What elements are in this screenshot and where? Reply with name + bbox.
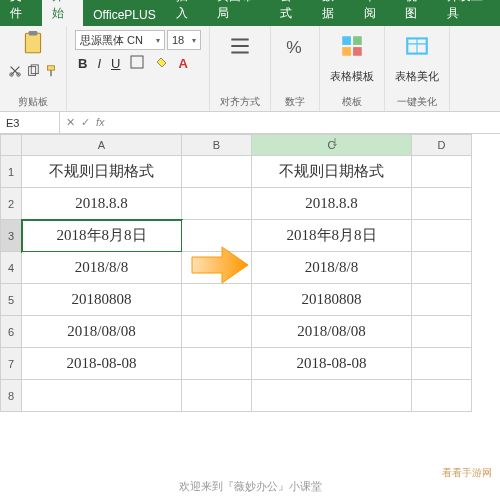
italic-button[interactable]: I [94, 55, 104, 72]
group-templates: 表格模板 模板 [320, 26, 385, 111]
format-painter-button[interactable] [44, 64, 58, 81]
cell-c4[interactable]: 2018/8/8 [252, 252, 412, 284]
group-label-number: 数字 [285, 95, 305, 109]
cell-b3[interactable] [182, 220, 252, 252]
font-color-button[interactable]: A [175, 55, 190, 72]
font-size-value: 18 [172, 34, 184, 46]
templates-button[interactable] [338, 32, 366, 60]
copy-button[interactable] [26, 64, 40, 81]
cell-c5[interactable]: 20180808 [252, 284, 412, 316]
row-header-5[interactable]: 5 [0, 284, 22, 316]
tab-developer[interactable]: 开发工具 [437, 0, 500, 26]
cell-d4[interactable] [412, 252, 472, 284]
beautify-label: 表格美化 [395, 69, 439, 84]
border-button[interactable] [127, 54, 147, 73]
tab-review[interactable]: 审阅 [354, 0, 396, 26]
name-box[interactable]: E3 [0, 112, 60, 133]
group-label-beautify: 一键美化 [397, 95, 437, 109]
col-header-a[interactable]: A [22, 134, 182, 156]
cancel-formula-button[interactable]: ✕ [66, 116, 75, 129]
cell-a1[interactable]: 不规则日期格式 [22, 156, 182, 188]
group-label-clipboard: 剪贴板 [8, 95, 58, 109]
cell-c1[interactable]: 不规则日期格式 [252, 156, 412, 188]
formula-bar: E3 ✕ ✓ fx [0, 112, 500, 134]
fill-color-button[interactable] [151, 54, 171, 73]
group-alignment: 对齐方式 [210, 26, 271, 111]
cell-c6[interactable]: 2018/08/08 [252, 316, 412, 348]
group-font: 思源黑体 CN▾ 18▾ B I U A [67, 26, 210, 111]
confirm-formula-button[interactable]: ✓ [81, 116, 90, 129]
cell-b1[interactable] [182, 156, 252, 188]
cell-b8[interactable] [182, 380, 252, 412]
cell-d1[interactable] [412, 156, 472, 188]
select-all-corner[interactable] [0, 134, 22, 156]
tab-insert[interactable]: 插入 [166, 0, 208, 26]
cell-b7[interactable] [182, 348, 252, 380]
cell-d7[interactable] [412, 348, 472, 380]
cell-d8[interactable] [412, 380, 472, 412]
cell-a3[interactable]: 2018年8月8日 [22, 220, 182, 252]
tab-formulas[interactable]: 公式 [270, 0, 312, 26]
underline-button[interactable]: U [108, 55, 123, 72]
cell-a5[interactable]: 20180808 [22, 284, 182, 316]
cell-b5[interactable] [182, 284, 252, 316]
tab-file[interactable]: 文件 [0, 0, 42, 26]
font-name-select[interactable]: 思源黑体 CN▾ [75, 30, 165, 50]
row-header-8[interactable]: 8 [0, 380, 22, 412]
paste-icon [20, 30, 46, 56]
group-label-font [75, 98, 201, 109]
chevron-down-icon: ▾ [192, 36, 196, 45]
cut-button[interactable] [8, 64, 22, 81]
cell-a2[interactable]: 2018.8.8 [22, 188, 182, 220]
cell-a4[interactable]: 2018/8/8 [22, 252, 182, 284]
tab-officeplus[interactable]: OfficePLUS [83, 4, 165, 26]
cell-a7[interactable]: 2018-08-08 [22, 348, 182, 380]
cell-d2[interactable] [412, 188, 472, 220]
svg-rect-0 [25, 33, 40, 53]
bucket-icon [154, 55, 168, 69]
cell-a6[interactable]: 2018/08/08 [22, 316, 182, 348]
grid: 不规则日期格式不规则日期格式 2018.8.82018.8.8 2018年8月8… [22, 156, 500, 412]
cell-c7[interactable]: 2018-08-08 [252, 348, 412, 380]
svg-rect-1 [29, 31, 38, 35]
cell-c3[interactable]: 2018年8月8日 [252, 220, 412, 252]
bold-button[interactable]: B [75, 55, 90, 72]
footer-text: 欢迎来到『薇妙办公』小课堂 [0, 479, 500, 494]
row-header-2[interactable]: 2 [0, 188, 22, 220]
watermark: 看看手游网 [442, 466, 492, 480]
row-header-7[interactable]: 7 [0, 348, 22, 380]
fx-button[interactable]: fx [96, 116, 105, 129]
scissors-icon [8, 64, 22, 78]
col-header-b[interactable]: B [182, 134, 252, 156]
tab-layout[interactable]: 页面布局 [207, 0, 270, 26]
cell-d3[interactable] [412, 220, 472, 252]
tab-data[interactable]: 数据 [312, 0, 354, 26]
row-header-4[interactable]: 4 [0, 252, 22, 284]
cell-b6[interactable] [182, 316, 252, 348]
tab-view[interactable]: 视图 [395, 0, 437, 26]
col-header-d[interactable]: D [412, 134, 472, 156]
row-header-3[interactable]: 3 [0, 220, 22, 252]
cell-d5[interactable] [412, 284, 472, 316]
cell-c8[interactable] [252, 380, 412, 412]
svg-rect-12 [342, 47, 351, 56]
col-header-c[interactable]: C↓ [252, 134, 412, 156]
paste-button[interactable] [19, 30, 47, 60]
align-icon [227, 33, 253, 59]
number-format-button[interactable]: % [281, 32, 309, 60]
brush-icon [44, 64, 58, 78]
beautify-button[interactable] [403, 32, 431, 60]
group-label-templates: 模板 [342, 95, 362, 109]
cell-c2[interactable]: 2018.8.8 [252, 188, 412, 220]
cell-b4[interactable] [182, 252, 252, 284]
font-size-select[interactable]: 18▾ [167, 30, 201, 50]
alignment-button[interactable] [226, 32, 254, 60]
column-headers: A B C↓ D [22, 134, 500, 156]
row-header-6[interactable]: 6 [0, 316, 22, 348]
cell-b2[interactable] [182, 188, 252, 220]
cell-d6[interactable] [412, 316, 472, 348]
row-header-1[interactable]: 1 [0, 156, 22, 188]
group-label-alignment: 对齐方式 [220, 95, 260, 109]
cell-a8[interactable] [22, 380, 182, 412]
tab-home[interactable]: 开始 [42, 0, 84, 26]
